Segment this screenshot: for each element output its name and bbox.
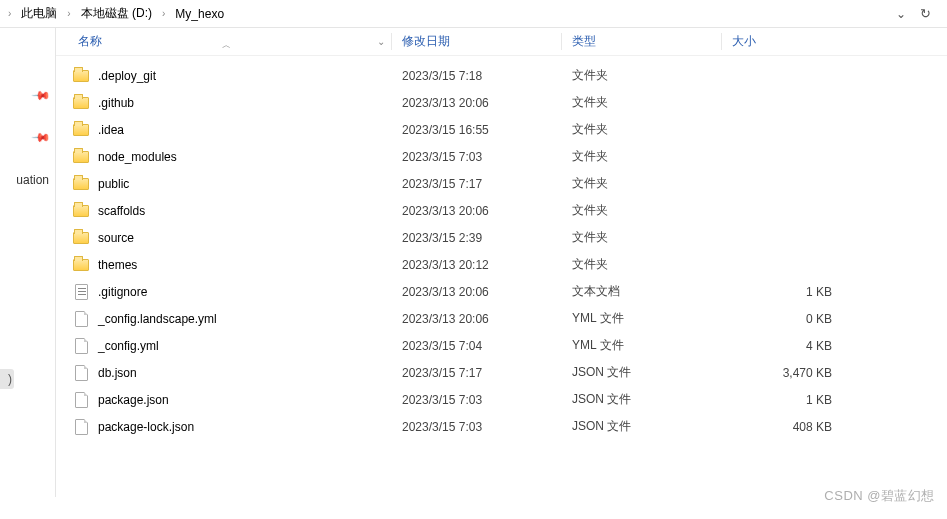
dropdown-icon[interactable]: ⌄ (377, 36, 385, 47)
file-list-area: 名称 ︿ ⌄ 修改日期 类型 大小 .deploy_git2023/3/15 7… (56, 28, 947, 497)
column-label: 大小 (732, 34, 756, 48)
file-name: .deploy_git (98, 69, 392, 83)
file-icon (72, 337, 90, 355)
file-name: source (98, 231, 392, 245)
folder-icon (72, 256, 90, 274)
file-type: 文本文档 (562, 283, 722, 300)
file-row[interactable]: db.json2023/3/15 7:17JSON 文件3,470 KB (56, 359, 947, 386)
file-row[interactable]: .idea2023/3/15 16:55文件夹 (56, 116, 947, 143)
file-row[interactable]: scaffolds2023/3/13 20:06文件夹 (56, 197, 947, 224)
file-row[interactable]: source2023/3/15 2:39文件夹 (56, 224, 947, 251)
breadcrumb-bar: › 此电脑 › 本地磁盘 (D:) › My_hexo ⌄ ↻ (0, 0, 947, 28)
file-size: 0 KB (722, 312, 842, 326)
folder-icon (72, 148, 90, 166)
file-name: package.json (98, 393, 392, 407)
column-header-type[interactable]: 类型 (562, 33, 722, 50)
breadcrumb-label: 此电脑 (21, 5, 57, 22)
breadcrumb-drive-d[interactable]: 本地磁盘 (D:) (75, 3, 158, 24)
file-date: 2023/3/15 7:03 (392, 393, 562, 407)
file-date: 2023/3/15 2:39 (392, 231, 562, 245)
file-date: 2023/3/15 7:03 (392, 420, 562, 434)
file-name: .idea (98, 123, 392, 137)
folder-icon (72, 229, 90, 247)
breadcrumb-actions: ⌄ ↻ (896, 6, 941, 21)
file-type: 文件夹 (562, 121, 722, 138)
column-label: 类型 (572, 34, 596, 48)
dropdown-icon[interactable]: ⌄ (896, 7, 906, 21)
file-size: 1 KB (722, 285, 842, 299)
file-type: YML 文件 (562, 310, 722, 327)
column-label: 修改日期 (402, 34, 450, 48)
file-row[interactable]: themes2023/3/13 20:12文件夹 (56, 251, 947, 278)
folder-icon (72, 175, 90, 193)
file-type: JSON 文件 (562, 391, 722, 408)
breadcrumb-this-pc[interactable]: 此电脑 (15, 3, 63, 24)
file-row[interactable]: _config.yml2023/3/15 7:04YML 文件4 KB (56, 332, 947, 359)
file-date: 2023/3/15 7:04 (392, 339, 562, 353)
watermark: CSDN @碧蓝幻想 (824, 487, 935, 505)
file-date: 2023/3/13 20:06 (392, 312, 562, 326)
file-name: .gitignore (98, 285, 392, 299)
folder-icon (72, 94, 90, 112)
file-name: themes (98, 258, 392, 272)
refresh-icon[interactable]: ↻ (920, 6, 931, 21)
file-date: 2023/3/13 20:06 (392, 204, 562, 218)
file-row[interactable]: package-lock.json2023/3/15 7:03JSON 文件40… (56, 413, 947, 440)
file-size: 3,470 KB (722, 366, 842, 380)
file-row[interactable]: _config.landscape.yml2023/3/13 20:06YML … (56, 305, 947, 332)
folder-icon (72, 202, 90, 220)
file-type: 文件夹 (562, 67, 722, 84)
file-row[interactable]: .gitignore2023/3/13 20:06文本文档1 KB (56, 278, 947, 305)
file-list: .deploy_git2023/3/15 7:18文件夹.github2023/… (56, 56, 947, 497)
sidebar-label-fragment: uation (16, 173, 49, 187)
breadcrumb-my-hexo[interactable]: My_hexo (169, 5, 230, 23)
file-icon (72, 418, 90, 436)
pin-icon[interactable]: 📌 (31, 85, 52, 106)
sidebar-paren: ) (0, 369, 14, 389)
pin-icon[interactable]: 📌 (31, 127, 52, 148)
navigation-pane: 📌 📌 uation ) (0, 28, 56, 497)
file-type: YML 文件 (562, 337, 722, 354)
file-icon (72, 391, 90, 409)
file-date: 2023/3/15 7:03 (392, 150, 562, 164)
file-row[interactable]: package.json2023/3/15 7:03JSON 文件1 KB (56, 386, 947, 413)
file-row[interactable]: .github2023/3/13 20:06文件夹 (56, 89, 947, 116)
file-row[interactable]: node_modules2023/3/15 7:03文件夹 (56, 143, 947, 170)
file-name: db.json (98, 366, 392, 380)
column-label: 名称 (78, 33, 102, 50)
file-name: node_modules (98, 150, 392, 164)
file-type: 文件夹 (562, 256, 722, 273)
file-type: 文件夹 (562, 175, 722, 192)
file-date: 2023/3/13 20:06 (392, 96, 562, 110)
folder-icon (72, 121, 90, 139)
chevron-right-icon[interactable]: › (6, 8, 13, 19)
file-type: 文件夹 (562, 229, 722, 246)
file-name: _config.yml (98, 339, 392, 353)
file-type: 文件夹 (562, 94, 722, 111)
text-file-icon (72, 283, 90, 301)
folder-icon (72, 67, 90, 85)
file-row[interactable]: public2023/3/15 7:17文件夹 (56, 170, 947, 197)
file-icon (72, 364, 90, 382)
file-date: 2023/3/13 20:12 (392, 258, 562, 272)
column-header-date[interactable]: 修改日期 (392, 33, 562, 50)
file-date: 2023/3/15 16:55 (392, 123, 562, 137)
file-type: JSON 文件 (562, 364, 722, 381)
file-size: 408 KB (722, 420, 842, 434)
column-header-name[interactable]: 名称 ︿ ⌄ (72, 33, 392, 50)
file-size: 4 KB (722, 339, 842, 353)
column-header-size[interactable]: 大小 (722, 33, 852, 50)
file-date: 2023/3/13 20:06 (392, 285, 562, 299)
chevron-right-icon[interactable]: › (65, 8, 72, 19)
file-size: 1 KB (722, 393, 842, 407)
file-type: JSON 文件 (562, 418, 722, 435)
file-row[interactable]: .deploy_git2023/3/15 7:18文件夹 (56, 62, 947, 89)
file-name: _config.landscape.yml (98, 312, 392, 326)
file-type: 文件夹 (562, 202, 722, 219)
chevron-right-icon[interactable]: › (160, 8, 167, 19)
file-name: scaffolds (98, 204, 392, 218)
sort-ascending-icon: ︿ (222, 39, 231, 52)
breadcrumb-label: 本地磁盘 (D:) (81, 5, 152, 22)
file-date: 2023/3/15 7:17 (392, 366, 562, 380)
file-icon (72, 310, 90, 328)
